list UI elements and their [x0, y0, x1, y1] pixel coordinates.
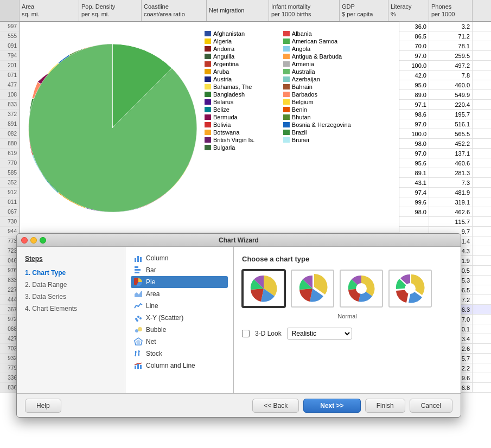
chart-type-bubble[interactable]: Bubble [131, 324, 228, 336]
legend-color-swatch [205, 46, 211, 52]
legend-item: Afghanistan [205, 30, 272, 37]
chart-type-stock[interactable]: Stock [131, 348, 228, 360]
legend-item: Belgium [283, 99, 351, 105]
variant-donut-icon [347, 274, 377, 304]
chart-variant-4[interactable] [388, 270, 432, 308]
chart-type-icon-area [134, 290, 143, 298]
legend-color-swatch [205, 122, 211, 127]
finish-button[interactable]: Finish [365, 399, 405, 413]
3d-look-checkbox[interactable] [242, 330, 250, 337]
cancel-button[interactable]: Cancel [410, 399, 452, 413]
step-data-range[interactable]: 2. Data Range [25, 281, 117, 289]
legend-item: Armenia [283, 61, 351, 67]
chart-variant-2[interactable] [291, 270, 334, 308]
svg-rect-2 [137, 256, 139, 262]
cell-rownum: 912 [0, 188, 20, 197]
cell-phones: 7.8 [429, 71, 473, 80]
svg-rect-6 [135, 272, 139, 273]
svg-rect-24 [140, 365, 142, 369]
chart-type-label: Column and Line [146, 362, 195, 369]
legend-label: Brazil [292, 129, 307, 136]
chart-variant-exploded[interactable] [388, 270, 432, 308]
legend-item: Belarus [205, 99, 272, 105]
legend-item: Benin [283, 106, 351, 113]
next-button[interactable]: Next >> [303, 399, 360, 413]
chart-type-bar[interactable]: Bar [131, 264, 228, 276]
row-num-header [0, 0, 20, 21]
legend-label: Argentina [213, 61, 239, 67]
variant-label: Normal [242, 313, 452, 319]
legend-label: Albania [292, 30, 312, 37]
legend-label: Armenia [292, 61, 314, 67]
chart-variants [242, 270, 452, 308]
svg-rect-3 [140, 257, 142, 262]
legend-label: Belarus [213, 99, 233, 105]
step-chart-elements[interactable]: 4. Chart Elements [25, 305, 117, 312]
chart-type-scatter[interactable]: X-Y (Scatter) [131, 312, 228, 324]
area-header: Area sq. mi. [20, 0, 79, 21]
svg-rect-5 [135, 269, 141, 271]
maximize-button[interactable] [40, 237, 46, 244]
legend-color-swatch [205, 130, 211, 135]
legend-item: Belize [205, 106, 272, 113]
chart-type-icon-column [134, 254, 143, 263]
help-button[interactable]: Help [25, 399, 61, 413]
column-headers: Area sq. mi. Pop. Density per sq. mi. Co… [0, 0, 491, 22]
chart-variant-offset[interactable] [291, 270, 334, 308]
chart-type-column[interactable]: Column [131, 252, 228, 264]
back-button[interactable]: << Back [252, 399, 299, 413]
choose-chart-type-title: Choose a chart type [242, 255, 452, 263]
legend-label: Brunei [292, 137, 309, 143]
cell-phones: 78.1 [429, 41, 473, 50]
steps-title: Steps [25, 255, 117, 263]
cell-rownum: 555 [0, 31, 20, 41]
legend-item: Brunei [283, 137, 351, 143]
traffic-lights [21, 237, 46, 244]
legend-color-swatch [283, 76, 290, 82]
cell-rownum: 880 [0, 139, 20, 148]
chart-type-label: Stock [146, 350, 162, 357]
legend-item: Antigua & Barbuda [283, 53, 351, 60]
phones-header: Phones per 1000 [429, 0, 473, 21]
chart-type-pie[interactable]: Pie [131, 276, 228, 288]
realistic-select[interactable]: Realistic [287, 328, 352, 340]
cell-phones: 71.2 [429, 31, 473, 41]
step-data-series[interactable]: 3. Data Series [25, 293, 117, 300]
legend-item: Anguilla [205, 53, 272, 60]
legend-item: Botswana [205, 129, 272, 136]
cell-phones: 516.1 [429, 119, 473, 129]
chart-options-panel: Choose a chart type [234, 247, 461, 393]
chart-type-icon-pie [134, 278, 143, 286]
chart-type-column-line[interactable]: Column and Line [131, 360, 228, 372]
dialog-footer: Help << Back Next >> Finish Cancel [17, 393, 461, 417]
chart-type-line[interactable]: Line [131, 300, 228, 312]
chart-variant-1[interactable] [242, 270, 285, 308]
legend-label: Belize [213, 106, 229, 113]
legend-color-swatch [283, 107, 290, 112]
minimize-button[interactable] [30, 237, 37, 244]
legend-label: Bhutan [292, 114, 311, 120]
chart-type-area[interactable]: Area [131, 288, 228, 300]
legend-color-swatch [283, 54, 290, 59]
legend-item: Bhutan [283, 114, 351, 120]
legend-item: Bulgaria [205, 144, 272, 151]
chart-type-label: Bubble [146, 326, 166, 334]
legend-label: Angola [292, 46, 310, 52]
chart-variant-3[interactable] [340, 270, 383, 308]
close-button[interactable] [21, 237, 28, 244]
legend-label: British Virgin Is. [213, 137, 254, 143]
chart-variant-normal[interactable] [242, 270, 285, 308]
svg-point-10 [139, 317, 142, 319]
legend-item: Argentina [205, 61, 272, 67]
chart-type-net[interactable]: Net [131, 336, 228, 348]
legend-color-swatch [283, 69, 290, 74]
svg-point-11 [136, 319, 138, 322]
legend-item: Azerbaijan [283, 76, 351, 82]
legend-color-swatch [205, 92, 211, 97]
chart-variant-donut[interactable] [340, 270, 383, 308]
legend-item: Bangladesh [205, 91, 272, 98]
legend-label: Anguilla [213, 53, 234, 60]
cell-phones: 220.4 [429, 100, 473, 109]
step-chart-type[interactable]: 1. Chart Type [25, 269, 117, 277]
cell-rownum: 372 [0, 110, 20, 119]
